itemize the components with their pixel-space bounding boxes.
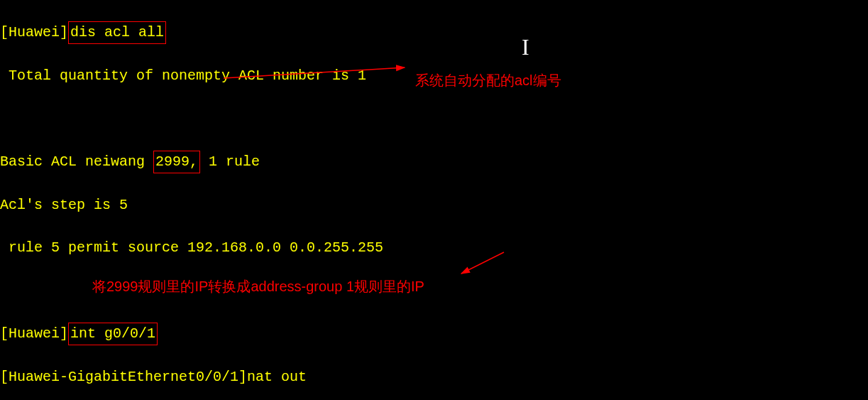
prompt-huawei-2: [Huawei] (0, 325, 68, 342)
output-acl-step: Acl's step is 5 (0, 195, 868, 216)
cmd-dis-acl-all: dis acl all (70, 24, 164, 40)
output-rule-5: rule 5 permit source 192.168.0.0 0.0.255… (0, 237, 868, 259)
command-box-dis-acl: dis acl all (68, 21, 166, 44)
prompt-huawei: [Huawei] (0, 24, 68, 40)
annotation-acl-number: 系统自动分配的acl编号 (415, 70, 561, 91)
terminal-output[interactable]: [Huawei]dis acl all Total quantity of no… (0, 0, 868, 400)
command-box-int: int g0/0/1 (68, 323, 158, 345)
output-rule-count: 1 rule (200, 153, 260, 170)
text-cursor-icon: I (522, 30, 529, 64)
output-nat-out: [Huawei-GigabitEthernet0/0/1]nat out (0, 367, 868, 388)
acl-number-box: 2999, (153, 151, 200, 173)
output-basic-acl-prefix: Basic ACL neiwang (0, 153, 153, 170)
acl-number: 2999, (155, 153, 198, 170)
cmd-int-g001: int g0/0/1 (70, 325, 155, 342)
annotation-ip-convert: 将2999规则里的IP转换成address-group 1规则里的IP (92, 276, 424, 297)
